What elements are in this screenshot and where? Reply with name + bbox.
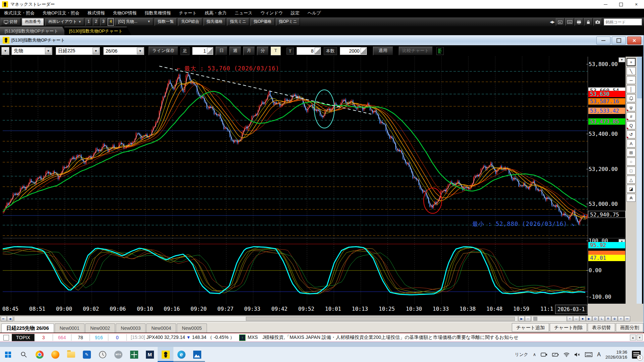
- ticker-symbol[interactable]: TOPIX: [12, 334, 35, 341]
- price-axis[interactable]: ▼ 53,800.00 53,660.54 53,630 53,587.16 5…: [588, 57, 626, 238]
- tool-eraser[interactable]: ◪: [627, 185, 636, 193]
- menu-help[interactable]: ヘルプ: [304, 10, 325, 16]
- menu-settings[interactable]: 設定: [287, 10, 304, 16]
- start-button[interactable]: [0, 347, 16, 362]
- tool-horizontal-line[interactable]: ─: [627, 76, 636, 84]
- index-futures-mini-button[interactable]: 指先ミニ: [227, 18, 250, 26]
- taskbar-chrome[interactable]: [32, 347, 47, 362]
- split-screen-button[interactable]: 画面分割: [616, 323, 643, 332]
- contract-month-select[interactable]: 26/06 ▼: [103, 47, 144, 55]
- tool-pitchfork[interactable]: ψ: [627, 103, 636, 111]
- mode-r-button[interactable]: R: [605, 316, 611, 321]
- workspace-tab-chart-1[interactable]: [5130]指数先物OPチャート: [0, 27, 67, 35]
- links-label[interactable]: リンク: [515, 352, 528, 358]
- taskbar-edge[interactable]: e: [173, 347, 189, 362]
- taskbar-monex-trader[interactable]: [158, 347, 173, 362]
- taskbar-search-button[interactable]: [16, 347, 32, 362]
- chart-maximize-button[interactable]: [612, 37, 626, 45]
- maximize-button[interactable]: [613, 0, 629, 9]
- minimize-button[interactable]: [598, 0, 613, 9]
- taskbar-sheets[interactable]: [126, 347, 142, 362]
- zoom-in-button[interactable]: +: [567, 316, 573, 321]
- chart-window-titlebar[interactable]: [5130]指数先物OPチャート ✕: [0, 35, 643, 45]
- symbol-select[interactable]: 日経225 ▼: [56, 47, 100, 55]
- remove-chart-button[interactable]: チャート削除: [550, 323, 587, 332]
- menu-news[interactable]: ニュース: [231, 10, 257, 16]
- menu-futures-op-info[interactable]: 先物OP情報: [109, 10, 141, 16]
- price-chart-canvas[interactable]: [3, 57, 588, 238]
- tool-crosshair[interactable]: +: [627, 58, 636, 66]
- taskbar-explorer[interactable]: [63, 347, 79, 362]
- chart-close-button[interactable]: ✕: [627, 37, 641, 45]
- tool-fibonacci[interactable]: #: [627, 112, 636, 120]
- tool-text[interactable]: A: [627, 139, 636, 147]
- scroll-home-button[interactable]: ⇤: [1, 316, 7, 321]
- period-week-button[interactable]: 週: [229, 47, 241, 55]
- screen-2-button[interactable]: 2: [93, 18, 99, 26]
- scroll-right-button[interactable]: ▶: [519, 316, 525, 321]
- news-up-button[interactable]: ▲: [630, 335, 636, 341]
- add-chart-button[interactable]: チャート追加: [512, 323, 549, 332]
- menu-stock-info[interactable]: 株式情報: [84, 10, 109, 16]
- mode-d-button[interactable]: D: [592, 316, 598, 321]
- chart-tab-new0004[interactable]: New0004: [146, 323, 176, 333]
- taskbar-app-blue[interactable]: ✎: [79, 347, 95, 362]
- compare-chart-button[interactable]: 比較チャート: [399, 47, 433, 55]
- panel-dropdown-button[interactable]: ▼: [1, 47, 9, 55]
- keyboard-tool-button[interactable]: [565, 18, 574, 26]
- zoom-out-button[interactable]: −: [525, 316, 531, 321]
- indicator-list-button[interactable]: [436, 47, 444, 55]
- workspace-tab-chart-2[interactable]: [5130]指数先物OPチャート: [64, 27, 131, 35]
- screen-4-button[interactable]: 4: [108, 18, 114, 26]
- tool-alert[interactable]: [627, 94, 636, 102]
- ticker-checkbox[interactable]: [3, 335, 9, 341]
- menu-chart[interactable]: チャート: [175, 10, 201, 16]
- chart-tab-new0005[interactable]: New0005: [177, 323, 207, 333]
- tool-text-eraser[interactable]: A: [627, 194, 636, 202]
- futures-op-board-button[interactable]: 先OP総合: [178, 18, 202, 26]
- symbol-code-input[interactable]: [604, 18, 642, 25]
- spinner-updown-icon[interactable]: [207, 48, 213, 54]
- jump-latest-button[interactable]: ↦: [624, 316, 630, 321]
- scroll-left-button[interactable]: ◀: [7, 316, 13, 321]
- category-select[interactable]: 先物 ▼: [11, 47, 52, 55]
- layout-dropdown[interactable]: 画面レイアウト▼: [45, 18, 84, 26]
- taskbar-mt4[interactable]: MT4: [110, 347, 126, 362]
- taskbar-clock[interactable]: 19:36 2026/03/16: [605, 350, 627, 360]
- mode-l-button[interactable]: L: [599, 316, 605, 321]
- screen-number-button[interactable]: 画面番号: [22, 18, 44, 26]
- speaker-muted-icon[interactable]: [574, 352, 580, 357]
- magnify-button[interactable]: ⊕: [611, 316, 618, 321]
- pane-arrows-icon[interactable]: ◀▶: [550, 20, 554, 24]
- tool-trendline[interactable]: ╲: [627, 67, 636, 75]
- tool-quote-list[interactable]: Q: [627, 121, 636, 129]
- camera-tray-icon[interactable]: [541, 352, 547, 357]
- preset-dropdown[interactable]: [02] 先物...▼: [115, 18, 153, 26]
- taskbar-firefox[interactable]: [47, 347, 63, 362]
- news-headline[interactable]: MXS J積極投資,「MAXIS JAPAN 設備・人材積極投資企業200上場投…: [248, 335, 518, 341]
- lock-tool-button[interactable]: [584, 18, 593, 26]
- index-list-button[interactable]: 指数一覧: [155, 18, 177, 26]
- scrollbar-thumb[interactable]: [246, 317, 515, 321]
- taskbar-m-app[interactable]: M: [142, 347, 158, 362]
- horizontal-scrollbar[interactable]: [14, 316, 518, 321]
- index-futures-price-button[interactable]: 指先価格: [204, 18, 226, 26]
- period-day-button[interactable]: 日: [216, 47, 227, 55]
- tray-expand-icon[interactable]: ∧: [533, 352, 536, 357]
- wifi-icon[interactable]: [564, 352, 570, 357]
- tool-triangle[interactable]: △: [627, 176, 636, 184]
- battery-icon[interactable]: [552, 353, 559, 357]
- tool-vertical-line[interactable]: │: [627, 85, 636, 93]
- screen-1-button[interactable]: 1: [86, 18, 92, 26]
- oscillator-axis[interactable]: ▼ 100.00 95.92 47.01 0.00 -100.00: [588, 238, 626, 304]
- tool-cycle[interactable]: ↺: [627, 130, 636, 138]
- clear-button[interactable]: ×: [618, 316, 624, 321]
- chart-minimize-button[interactable]: [596, 37, 610, 45]
- tool-grid[interactable]: ⊞: [627, 148, 636, 157]
- period-month-button[interactable]: 月: [243, 47, 255, 55]
- ime-indicator[interactable]: A: [597, 352, 601, 358]
- oscillator-canvas[interactable]: [3, 238, 588, 304]
- menu-balance[interactable]: 残高・余力: [201, 10, 231, 16]
- vertical-scrollbar[interactable]: [637, 57, 642, 315]
- tool-ellipse[interactable]: ○: [627, 158, 636, 166]
